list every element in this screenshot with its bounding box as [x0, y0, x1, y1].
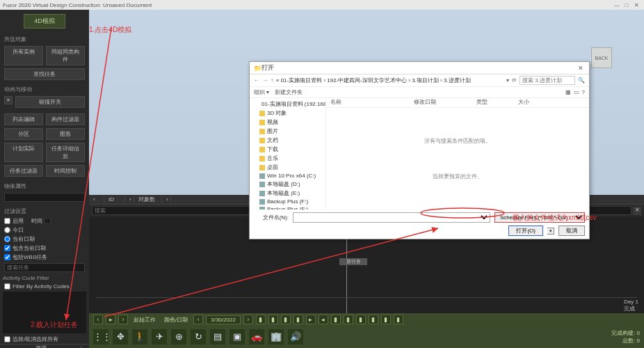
tree-item[interactable]: 文档: [250, 136, 325, 145]
resource-add-icon[interactable]: +: [79, 345, 86, 348]
search-task-input[interactable]: [4, 263, 85, 272]
ib-globe-icon[interactable]: ⊕: [171, 329, 186, 345]
component-filter-button[interactable]: 构件过滤器: [46, 113, 85, 125]
ib-sync-icon[interactable]: ↻: [191, 329, 206, 345]
tl-i8-icon[interactable]: ▮: [344, 315, 353, 324]
tree-item[interactable]: 本地磁盘 (D:): [250, 180, 325, 189]
organize-button[interactable]: 组织 ▾: [254, 88, 269, 96]
tree-item[interactable]: 图片: [250, 127, 325, 136]
crumb-dropdown-icon[interactable]: ▾: [506, 77, 509, 84]
tree-item[interactable]: 3D 对象: [250, 109, 325, 118]
zone-button[interactable]: 分区: [4, 128, 43, 140]
filetype-select[interactable]: Schedule Files (*.xml;*.csv): [494, 212, 585, 223]
ib-grip-icon[interactable]: ⋮⋮: [93, 329, 108, 345]
col-type[interactable]: 类型: [472, 98, 514, 107]
ib-fly-icon[interactable]: ✈: [152, 329, 167, 345]
collision-toggle[interactable]: 碰撞开关: [15, 96, 85, 108]
tl-i4-icon[interactable]: ▮: [293, 315, 303, 324]
tree-item[interactable]: 本地磁盘 (E:): [250, 189, 325, 198]
nav-back-icon[interactable]: ←: [254, 77, 259, 84]
tl-date[interactable]: 3/30/2022: [206, 315, 241, 324]
all-instances-button[interactable]: 所有实例: [4, 46, 43, 65]
tl-play-icon[interactable]: ▸: [106, 315, 115, 324]
dialog-search-input[interactable]: [520, 76, 575, 85]
back-cube[interactable]: BACK: [591, 47, 612, 68]
close-button[interactable]: ✕: [631, 2, 641, 8]
view-icon[interactable]: ▦: [565, 89, 571, 95]
help-icon[interactable]: ?: [582, 89, 585, 95]
today-radio[interactable]: [4, 227, 10, 233]
search-icon[interactable]: 🔍: [578, 77, 585, 84]
tl-date-next-icon[interactable]: ›: [243, 315, 253, 324]
graphics-button[interactable]: 图形: [46, 128, 85, 140]
tree-item-label: 01-实施项目资料 (192.168.1.112): [261, 100, 326, 108]
task-detail-button[interactable]: 任务详细信息: [46, 143, 85, 162]
ib-camera-icon[interactable]: ▣: [230, 329, 245, 345]
task-filter-button[interactable]: 任务过滤器: [4, 165, 43, 177]
tree-item[interactable]: 音乐: [250, 154, 325, 163]
tree-item[interactable]: Backup Plus (F:): [250, 205, 325, 209]
ib-move-icon[interactable]: ✥: [113, 329, 128, 345]
tl-i9-icon[interactable]: ▮: [356, 315, 366, 324]
ib-sound-icon[interactable]: 🔊: [288, 329, 303, 345]
time-control-button[interactable]: 时间控制: [46, 165, 85, 177]
prop-input[interactable]: [4, 193, 85, 202]
tl-i3-icon[interactable]: ▮: [281, 315, 291, 324]
tl-date-prev-icon[interactable]: ‹: [193, 315, 203, 324]
tree-item[interactable]: Win 10 Pro x64 (C:): [250, 172, 325, 180]
tree-item[interactable]: 桌面: [250, 163, 325, 172]
minimize-button[interactable]: —: [612, 2, 622, 8]
filename-input[interactable]: [293, 212, 490, 223]
open-button[interactable]: 打开(O): [508, 226, 543, 236]
tl-next-icon[interactable]: ›: [118, 315, 128, 324]
current-radio[interactable]: [4, 236, 10, 242]
open-dropdown-icon[interactable]: ▾: [547, 228, 554, 235]
select-all-checkbox[interactable]: [4, 336, 10, 342]
col-name[interactable]: 名称: [326, 98, 410, 107]
tree-item[interactable]: 01-实施项目资料 (192.168.1.112): [250, 100, 325, 109]
tree-item[interactable]: 视频: [250, 118, 325, 127]
nav-up-icon[interactable]: ↑: [271, 77, 273, 84]
ib-layer-icon[interactable]: ▤: [210, 329, 225, 345]
list-edit-button[interactable]: 列表编辑: [4, 113, 43, 125]
tree-item[interactable]: Backup Plus (F:): [250, 198, 325, 205]
maximize-button[interactable]: □: [622, 2, 631, 8]
nav-fwd-icon[interactable]: →: [262, 77, 268, 84]
ib-vehicle-icon[interactable]: 🚗: [249, 329, 264, 345]
new-folder-button[interactable]: 新建文件夹: [275, 88, 303, 96]
tl-i7-icon[interactable]: ▮: [331, 315, 341, 324]
tl-i2-icon[interactable]: ▮: [268, 315, 278, 324]
tree-item[interactable]: 下载: [250, 145, 325, 154]
time-input[interactable]: [45, 218, 51, 224]
wbs-checkbox[interactable]: [4, 254, 10, 260]
col-date[interactable]: 修改日期: [410, 98, 472, 107]
anim-close-icon[interactable]: ✕: [4, 96, 13, 104]
plan-actual-button[interactable]: 计划实际: [4, 143, 43, 162]
enable-checkbox[interactable]: [4, 218, 10, 224]
include-checkbox[interactable]: [4, 245, 10, 251]
4d-sim-button[interactable]: 4D模拟: [24, 14, 65, 29]
gantt-search-clear-icon[interactable]: ✕: [633, 207, 641, 215]
gantt-col-nav2[interactable]: ›: [125, 196, 134, 203]
find-task-button[interactable]: 查找任务: [4, 68, 85, 80]
gantt-task-bar[interactable]: 新任务: [339, 258, 367, 265]
ac-filter-checkbox[interactable]: [4, 283, 10, 290]
tl-i1-icon[interactable]: ▮: [256, 315, 266, 324]
preview-icon[interactable]: ▭: [574, 89, 579, 95]
tl-i5-icon[interactable]: ▸: [306, 315, 316, 324]
tl-prev-icon[interactable]: ‹: [93, 315, 103, 324]
tl-i10-icon[interactable]: ▮: [369, 315, 378, 324]
same-group-button[interactable]: 同组同类构件: [46, 46, 85, 65]
col-size[interactable]: 大小: [514, 98, 549, 107]
tl-i12-icon[interactable]: ▮: [394, 315, 403, 324]
gantt-col-nav3[interactable]: ›: [162, 196, 171, 203]
breadcrumb[interactable]: « 01-实施项目资料 › 192-中建四局-深圳文学艺术中心 › 3.项目计划…: [276, 77, 504, 84]
tl-i6-icon[interactable]: ◂: [319, 315, 328, 324]
ib-walk-icon[interactable]: 🚶: [132, 329, 147, 345]
tl-i11-icon[interactable]: ▮: [381, 315, 391, 324]
cancel-button[interactable]: 取消: [558, 226, 585, 236]
gantt-col-nav[interactable]: ‹: [89, 196, 104, 203]
refresh-icon[interactable]: ⟳: [512, 77, 517, 84]
dialog-close-icon[interactable]: ✕: [577, 65, 585, 72]
ib-building-icon[interactable]: 🏢: [268, 329, 284, 345]
